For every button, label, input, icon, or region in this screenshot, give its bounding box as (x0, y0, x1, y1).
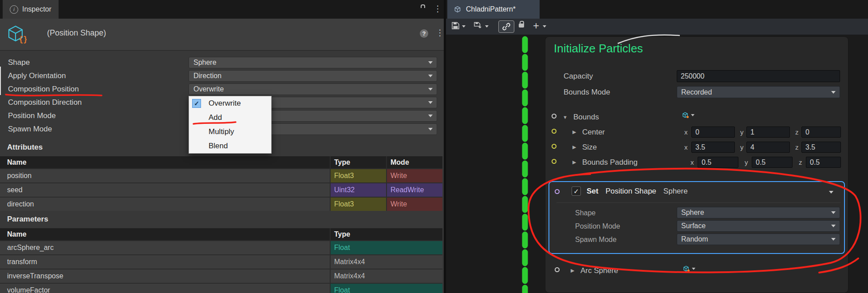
inspector-header: {} (Position Shape) ? ⋮ (0, 19, 444, 51)
bounds-label: Bounds (573, 111, 599, 123)
menu-item-add[interactable]: Add (189, 111, 271, 125)
chevron-down-icon (485, 25, 489, 28)
shape-dropdown[interactable]: Sphere (189, 57, 437, 68)
axis-x-label: x (684, 142, 688, 153)
chevron-down-icon (831, 238, 836, 241)
add-options-button[interactable] (543, 25, 546, 28)
center-label: Center (582, 126, 605, 138)
center-expander[interactable]: ▶ (572, 129, 576, 135)
center-x-input[interactable]: 0 (691, 127, 735, 138)
bounds-mode-label: Bounds Mode (564, 86, 610, 98)
link-icon (501, 22, 511, 31)
lock-toggle-button[interactable] (519, 24, 524, 28)
menu-item-blend[interactable]: Blend (189, 139, 271, 153)
attributes-table: Name Type Mode position Float3 Write see… (0, 156, 442, 211)
arc-sphere-port[interactable] (555, 267, 560, 272)
set-shape-dropdown[interactable]: Sphere (677, 207, 840, 218)
composition-position-dropdown[interactable]: Overwrite (189, 83, 437, 95)
attach-toggle-button[interactable] (498, 20, 514, 33)
save-options-button[interactable] (462, 25, 466, 28)
arc-sphere-space-button[interactable] (683, 265, 695, 272)
attributes-header-row: Name Type Mode (0, 156, 442, 168)
attr-mode: ReadWrite (387, 183, 442, 197)
prop-label-composition-position: Composition Position (8, 83, 79, 96)
bounds-padding-expander[interactable]: ▶ (572, 159, 576, 165)
chevron-down-icon (428, 75, 433, 77)
parameters-header-row: Name Type (0, 228, 442, 240)
graph-toolbar: + (446, 19, 868, 35)
block-divider (556, 202, 840, 203)
table-row: seed Uint32 ReadWrite (0, 183, 442, 197)
size-port[interactable] (552, 144, 556, 149)
save-as-options-button[interactable] (485, 25, 489, 28)
arc-sphere-label: Arc Sphere (580, 265, 618, 277)
apply-orientation-dropdown[interactable]: Direction (189, 70, 437, 82)
set-value: Sphere (663, 187, 688, 196)
set-spawn-mode-label: Spawn Mode (575, 234, 616, 245)
attributes-section-label: Attributes (7, 143, 43, 152)
bounds-expander[interactable]: ▼ (563, 115, 568, 120)
size-y-input[interactable]: 4 (746, 142, 790, 153)
prop-label-spawn-mode: Spawn Mode (8, 123, 52, 136)
param-type: Float (331, 284, 442, 293)
add-button[interactable]: + (533, 20, 539, 31)
prop-label-composition-direction: Composition Direction (8, 96, 82, 109)
arc-sphere-expander[interactable]: ▶ (571, 268, 574, 273)
axis-x-label: x (684, 127, 688, 138)
bounds-padding-port[interactable] (552, 159, 556, 164)
chevron-down-icon (831, 225, 836, 227)
set-block-port[interactable] (555, 189, 560, 194)
axis-z-label: z (795, 142, 799, 153)
save-as-icon (473, 21, 482, 30)
chevron-down-icon (691, 114, 694, 116)
param-name: inverseTranspose (0, 269, 330, 283)
set-block-collapse-chevron[interactable] (829, 191, 833, 194)
menu-item-multiply[interactable]: Multiply (189, 125, 271, 139)
attr-name: position (0, 169, 330, 182)
col-header-type: Type (331, 228, 442, 240)
header-menu-icon[interactable]: ⋮ (436, 28, 444, 37)
axis-y-label: y (740, 142, 744, 153)
help-icon[interactable]: ? (420, 29, 428, 38)
bounds-padding-x-input[interactable]: 0.5 (698, 157, 738, 168)
tab-inspector[interactable]: i Inspector (3, 0, 59, 19)
tab-chladnipattern[interactable]: ChladniPattern* (447, 0, 540, 19)
bounds-space-button[interactable] (682, 111, 694, 119)
menu-item-overwrite[interactable]: ✓ Overwrite (189, 96, 271, 111)
node-title: Initialize Particles (554, 42, 643, 55)
capacity-input[interactable]: 250000 (677, 70, 840, 82)
col-header-name: Name (0, 228, 330, 240)
set-spawn-mode-dropdown[interactable]: Random (677, 234, 840, 245)
table-row: direction Float3 Write (0, 198, 442, 211)
table-row: arcSphere_arc Float (0, 241, 442, 254)
composition-dropdown-menu: ✓ Overwrite Add Multiply Blend (189, 96, 272, 154)
size-x-input[interactable]: 3.5 (691, 142, 735, 153)
bounds-padding-y-input[interactable]: 0.5 (752, 157, 793, 168)
bounds-mode-dropdown[interactable]: Recorded (677, 86, 840, 98)
attr-name: seed (0, 183, 330, 197)
table-row: transform Matrix4x4 (0, 255, 442, 269)
inspector-window: i Inspector ⋮ {} (Position Shape) ? ⋮ Sh… (0, 0, 444, 293)
bounds-padding-z-input[interactable]: 0.5 (806, 157, 841, 168)
chevron-down-icon (428, 128, 433, 131)
chevron-down-icon (692, 268, 695, 270)
set-keyword: Set (587, 187, 598, 196)
attr-type: Float3 (331, 198, 386, 211)
table-row: inverseTranspose Matrix4x4 (0, 269, 442, 283)
center-port[interactable] (552, 129, 556, 134)
set-position-mode-dropdown[interactable]: Surface (677, 220, 840, 232)
bounds-padding-label: Bounds Padding (582, 156, 638, 168)
center-z-input[interactable]: 0 (801, 127, 841, 138)
set-block-enabled-checkbox[interactable]: ✓ (572, 186, 581, 196)
center-y-input[interactable]: 1 (746, 127, 790, 138)
size-expander[interactable]: ▶ (572, 144, 576, 150)
chevron-down-icon (428, 88, 433, 91)
size-z-input[interactable]: 3.5 (801, 142, 841, 153)
tab-inspector-label: Inspector (22, 5, 51, 13)
bounds-port[interactable] (552, 114, 556, 119)
menu-icon[interactable]: ⋮ (434, 4, 442, 13)
parameters-table: Name Type arcSphere_arc Float transform … (0, 228, 442, 293)
save-button[interactable] (451, 21, 460, 30)
panel-edge-highlight (0, 67, 1, 95)
save-as-button[interactable] (473, 21, 482, 30)
